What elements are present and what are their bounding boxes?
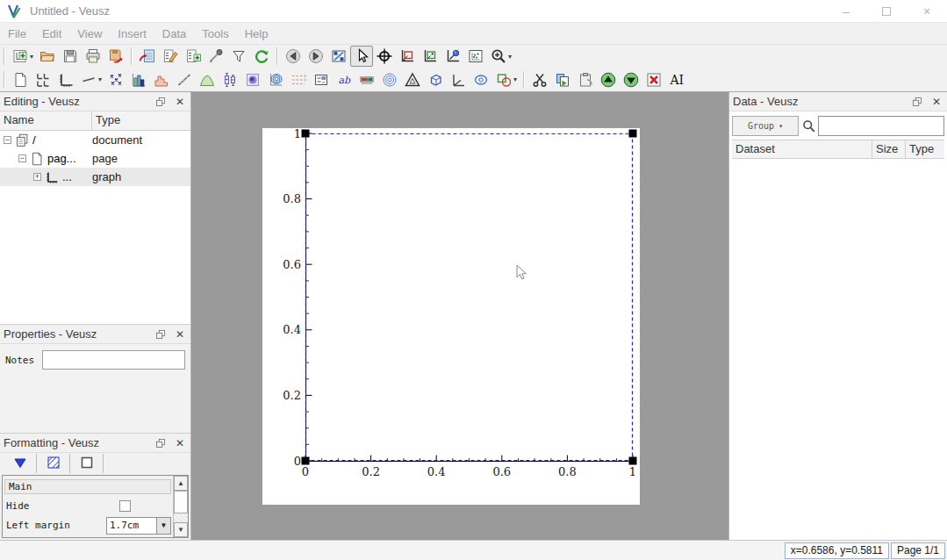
float-panel-button[interactable] [910,95,924,109]
move-up-button[interactable] [597,69,620,90]
filter-data-button[interactable] [227,46,250,67]
add-fit-button[interactable] [173,69,196,90]
recenter-graph-button[interactable] [441,46,464,67]
formatting-scrollbar[interactable]: ▲ ▼ [173,476,188,537]
tab-border[interactable] [70,454,104,473]
column-header-dataset[interactable]: Dataset [732,140,872,158]
tree-row-graph[interactable]: +...graph [0,168,190,186]
close-panel-button[interactable]: ✕ [173,436,187,450]
export-document-button[interactable] [104,46,127,67]
fullscreen-view-button[interactable] [327,46,350,67]
save-document-button[interactable] [59,46,82,67]
edit-data-button[interactable] [159,46,182,67]
import-data-button[interactable] [136,46,159,67]
create-dataset-button[interactable] [182,46,204,67]
selection-handle[interactable] [302,457,310,465]
add-3d-scene-button[interactable] [424,69,447,90]
add-nonorth-point-button[interactable] [470,69,492,90]
close-panel-button[interactable]: ✕ [929,95,943,109]
add-label-button[interactable]: ab [333,69,355,90]
tab-main[interactable] [4,454,37,473]
add-axis-button[interactable] [54,69,77,90]
selection-handle[interactable] [302,130,310,138]
add-line-button[interactable]: ▾ [77,69,104,90]
add-shape-button[interactable]: ▾ [492,69,520,90]
zoom-level-button[interactable]: ▾ [487,46,514,67]
tab-background-fill[interactable] [37,454,70,473]
minimize-button[interactable]: – [826,0,866,22]
left-margin-combobox[interactable]: 1.7cm▼ [106,517,171,535]
paste-widget-button[interactable] [574,69,597,90]
move-down-button[interactable] [620,69,642,90]
copy-widget-button[interactable] [551,69,574,90]
reload-data-button[interactable] [250,46,273,67]
menu-file[interactable]: File [0,23,34,44]
add-bar-button[interactable] [127,69,150,90]
float-panel-button[interactable] [154,436,168,450]
combobox-arrow-icon[interactable]: ▼ [156,518,170,534]
column-header-type[interactable]: Type [906,140,944,158]
close-panel-button[interactable]: ✕ [173,95,187,109]
menu-view[interactable]: View [69,23,110,44]
add-key-button[interactable] [310,69,333,90]
selection-handle[interactable] [629,457,637,465]
menu-tools[interactable]: Tools [194,23,236,44]
scrollbar-track[interactable] [174,513,188,522]
add-vector-field-button[interactable] [287,69,310,90]
plot-canvas[interactable]: 00.20.40.60.8100.20.40.60.81 [191,92,728,540]
add-contour-button[interactable] [264,69,287,90]
float-panel-button[interactable] [154,327,168,341]
add-xy-button[interactable] [104,69,127,90]
scrollbar-thumb[interactable] [174,491,188,513]
delete-widget-button[interactable] [642,69,665,90]
close-button[interactable]: × [907,0,947,22]
scroll-up-button[interactable]: ▲ [174,476,188,491]
zoom-out-axes-button[interactable] [419,46,441,67]
group-dropdown-button[interactable]: Group ▾ [732,116,799,136]
notes-input[interactable] [42,350,185,370]
column-header-type[interactable]: Type [92,111,190,130]
add-page-button[interactable] [9,69,32,90]
expander-icon[interactable]: − [18,154,26,162]
plot-page[interactable]: 00.20.40.60.8100.20.40.60.81 [262,128,640,505]
add-ternary-button[interactable] [401,69,424,90]
expander-icon[interactable]: + [33,173,41,181]
close-panel-button[interactable]: ✕ [173,327,187,341]
graph-plot[interactable]: 00.20.40.60.8100.20.40.60.81 [262,128,640,505]
dataset-list[interactable] [732,159,944,540]
float-panel-button[interactable] [154,95,168,109]
dataset-search-input[interactable] [818,116,944,136]
menu-insert[interactable]: Insert [110,23,154,44]
axes-to-data-button[interactable] [464,46,487,67]
add-boxplot-button[interactable] [219,69,241,90]
menu-data[interactable]: Data [154,23,194,44]
rename-widget-button[interactable]: AI [665,69,688,90]
scroll-down-button[interactable]: ▼ [174,522,188,537]
menu-help[interactable]: Help [237,23,276,44]
zoom-into-axes-button[interactable] [396,46,419,67]
add-polar-button[interactable] [378,69,401,90]
add-grid-button[interactable] [32,69,54,90]
next-page-button[interactable] [305,46,327,67]
add-histogram-button[interactable] [150,69,173,90]
tree-row-document[interactable]: −/document [0,131,190,149]
new-document-button[interactable]: ▾ [9,46,36,67]
expander-icon[interactable]: − [4,136,11,144]
print-document-button[interactable] [82,46,104,67]
column-header-size[interactable]: Size [872,140,906,158]
menu-edit[interactable]: Edit [34,23,69,44]
add-3d-graph-button[interactable] [447,69,470,90]
capture-data-button[interactable] [204,46,227,67]
cut-widget-button[interactable] [528,69,551,90]
previous-page-button[interactable] [282,46,305,67]
tree-row-page[interactable]: −pag...page [0,149,190,168]
add-colorbar-button[interactable] [355,69,378,90]
add-image-button[interactable] [241,69,264,90]
hide-checkbox[interactable] [119,500,131,512]
read-data-points-button[interactable] [373,46,396,67]
selection-handle[interactable] [629,130,637,138]
open-document-button[interactable] [36,46,59,67]
column-header-name[interactable]: Name [0,111,92,130]
select-items-button[interactable] [350,46,373,67]
add-function-button[interactable] [196,69,219,90]
